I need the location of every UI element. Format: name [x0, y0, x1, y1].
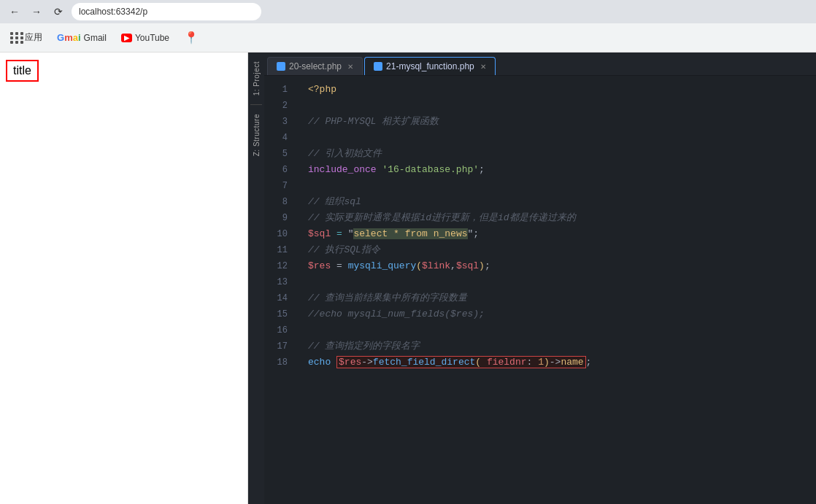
tab-icon-21 — [374, 62, 382, 71]
code-line-17: // 查询指定列的字段名字 — [308, 338, 816, 354]
line-num-10: 10 — [264, 226, 293, 242]
code-line-5: // 引入初始文件 — [308, 146, 816, 162]
code-area: 1 2 3 4 5 6 7 8 9 10 11 12 13 14 15 16 1 — [264, 76, 816, 504]
code-line-7 — [308, 178, 816, 194]
title-box-text: title — [13, 64, 31, 77]
line-num-18: 18 — [264, 354, 293, 371]
back-button[interactable]: ← — [6, 3, 23, 20]
ide-area: 1: Project Z: Structure 20-select.php ✕ … — [248, 53, 816, 504]
line-num-1: 1 — [264, 82, 293, 98]
code-line-9: // 实际更新时通常是根据id进行更新，但是id都是传递过来的 — [308, 210, 816, 226]
line-num-5: 5 — [264, 146, 293, 162]
code-line-3: // PHP-MYSQL 相关扩展函数 — [308, 114, 816, 130]
code-line-8: // 组织sql — [308, 194, 816, 210]
gmail-label: Gmail — [84, 33, 107, 43]
tab-close-21[interactable]: ✕ — [480, 63, 486, 71]
gmail-icon: Gmai — [57, 32, 81, 43]
line-num-7: 7 — [264, 178, 293, 194]
title-box: title — [6, 60, 39, 82]
code-line-16 — [308, 322, 816, 338]
line-numbers: 1 2 3 4 5 6 7 8 9 10 11 12 13 14 15 16 1 — [264, 76, 299, 504]
side-tab-structure[interactable]: Z: Structure — [251, 108, 262, 162]
side-tab-divider — [250, 104, 262, 105]
ide-main: 20-select.php ✕ 21-mysql_function.php ✕ … — [264, 53, 816, 504]
gmail-button[interactable]: Gmai Gmail — [53, 29, 111, 46]
browser-toolbar: 应用 Gmai Gmail ▶ YouTube 📍 — [0, 23, 816, 53]
code-line-14: // 查询当前结果集中所有的字段数量 — [308, 290, 816, 306]
code-line-18: echo $res->fetch_field_direct( fieldnr: … — [308, 354, 816, 371]
code-line-15: //echo mysqli_num_fields($res); — [308, 306, 816, 322]
line-num-12: 12 — [264, 258, 293, 274]
left-panel: title — [0, 53, 248, 504]
line-num-8: 8 — [264, 194, 293, 210]
forward-button[interactable]: → — [28, 3, 45, 20]
line-num-2: 2 — [264, 98, 293, 114]
ide-tabbar: 20-select.php ✕ 21-mysql_function.php ✕ — [264, 53, 816, 76]
youtube-label: YouTube — [135, 33, 169, 43]
tab-close-20[interactable]: ✕ — [347, 63, 353, 71]
address-text: localhost:63342/p — [79, 7, 147, 17]
code-line-1: <?php — [308, 82, 816, 98]
apps-button[interactable]: 应用 — [6, 28, 47, 47]
line-num-11: 11 — [264, 242, 293, 258]
code-line-6: include_once '16-database.php'; — [308, 162, 816, 178]
address-bar[interactable]: localhost:63342/p — [72, 3, 261, 20]
tab-label-21: 21-mysql_function.php — [386, 61, 474, 71]
tab-icon-20 — [277, 62, 285, 71]
maps-button[interactable]: 📍 — [180, 28, 203, 47]
youtube-button[interactable]: ▶ YouTube — [117, 30, 174, 46]
line-num-6: 6 — [264, 162, 293, 178]
line-num-14: 14 — [264, 290, 293, 306]
code-line-10: $sql = "select * from n_news"; — [308, 226, 816, 242]
ide-side-tabs: 1: Project Z: Structure — [248, 53, 264, 504]
maps-icon: 📍 — [184, 31, 199, 44]
main-area: title 1: Project Z: Structure 20-select.… — [0, 53, 816, 504]
line-num-16: 16 — [264, 322, 293, 338]
line-num-4: 4 — [264, 130, 293, 146]
line-num-13: 13 — [264, 274, 293, 290]
code-line-13 — [308, 274, 816, 290]
apps-label: 应用 — [25, 31, 42, 44]
reload-button[interactable]: ⟳ — [50, 3, 67, 20]
tab-label-20: 20-select.php — [289, 61, 342, 71]
code-line-4 — [308, 130, 816, 146]
code-content[interactable]: <?php // PHP-MYSQL 相关扩展函数 // 引入初始文件 incl… — [299, 76, 816, 504]
line-num-15: 15 — [264, 306, 293, 322]
tab-20-select[interactable]: 20-select.php ✕ — [267, 57, 363, 75]
line-num-17: 17 — [264, 338, 293, 354]
youtube-icon: ▶ — [121, 34, 132, 42]
side-tab-project[interactable]: 1: Project — [251, 55, 262, 101]
code-line-12: $res = mysqli_query($link,$sql); — [308, 258, 816, 274]
apps-icon — [10, 32, 22, 44]
line-num-3: 3 — [264, 114, 293, 130]
browser-titlebar: ← → ⟳ localhost:63342/p — [0, 0, 816, 23]
line-num-9: 9 — [264, 210, 293, 226]
code-line-11: // 执行SQL指令 — [308, 242, 816, 258]
code-line-2 — [308, 98, 816, 114]
tab-21-mysql-function[interactable]: 21-mysql_function.php ✕ — [364, 57, 496, 75]
